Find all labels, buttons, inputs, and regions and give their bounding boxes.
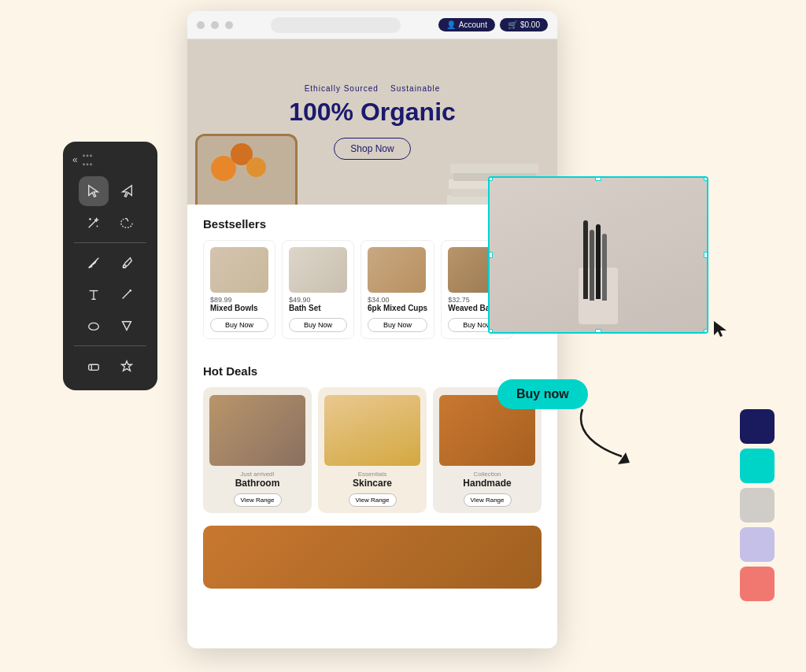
svg-marker-1	[123, 186, 132, 197]
view-range-skincare-button[interactable]: View Range	[349, 493, 397, 507]
cart-icon: 🛒	[508, 20, 517, 29]
resize-handle-middle-left[interactable]	[488, 252, 493, 258]
view-range-bathroom-button[interactable]: View Range	[234, 493, 282, 507]
svg-marker-20	[714, 321, 727, 337]
product-price-bowls: $89.99	[210, 296, 268, 304]
svg-point-8	[124, 265, 127, 268]
color-swatches-panel	[740, 409, 775, 601]
product-name-bowls: Mixed Bowls	[210, 304, 268, 312]
resize-handle-bottom-middle[interactable]	[595, 329, 601, 334]
deal-subtitle-bathroom: Just arrived!	[240, 471, 275, 478]
swatch-teal[interactable]	[740, 449, 775, 483]
site-content: Ethically Sourced Sustainable 100% Organ…	[187, 39, 557, 648]
lasso-tool-button[interactable]	[112, 208, 142, 238]
line-tool-button[interactable]	[112, 279, 142, 309]
resize-handle-top-left[interactable]	[488, 176, 493, 181]
pen-tool-button[interactable]	[79, 248, 109, 278]
product-name-cups: 6pk Mixed Cups	[368, 304, 427, 312]
hero-shop-now-button[interactable]: Shop Now	[334, 138, 410, 160]
hot-deals-title: Hot Deals	[203, 364, 542, 378]
account-button[interactable]: 👤 Account	[438, 18, 495, 31]
svg-point-5	[89, 218, 91, 220]
browser-dot-1	[197, 21, 205, 29]
browser-url-bar[interactable]	[271, 17, 401, 33]
deal-card-bathroom: Just arrived! Bathroom View Range	[203, 387, 312, 513]
buy-now-cups-button[interactable]: Buy Now	[368, 318, 427, 332]
deal-subtitle-skincare: Essentials	[358, 471, 386, 478]
svg-point-15	[89, 323, 99, 330]
floating-selected-image[interactable]	[488, 176, 708, 334]
browser-actions: 👤 Account 🛒 $0.00	[438, 18, 548, 31]
svg-line-12	[123, 290, 131, 299]
svg-marker-0	[89, 186, 98, 197]
product-name-bath: Bath Set	[289, 304, 347, 312]
deal-image-bathroom	[209, 395, 305, 466]
hot-deals-section: Hot Deals Just arrived! Bathroom View Ra…	[187, 352, 557, 526]
product-image-bowls	[210, 247, 268, 293]
view-range-handmade-button[interactable]: View Range	[464, 493, 512, 507]
fill-tool-button[interactable]	[112, 311, 142, 341]
design-toolbar: « ▪▪▪▪▪▪	[63, 142, 157, 390]
resize-handle-bottom-left[interactable]	[488, 329, 493, 334]
hero-decoration	[187, 102, 345, 205]
select-tool-button[interactable]	[79, 176, 109, 206]
bottom-teaser	[203, 526, 542, 589]
buy-now-bath-button[interactable]: Buy Now	[289, 318, 347, 332]
paintbrush-tool-button[interactable]	[112, 248, 142, 278]
deal-name-handmade: Handmade	[463, 478, 511, 489]
buy-now-bowls-button[interactable]: Buy Now	[210, 318, 268, 332]
svg-marker-21	[618, 452, 630, 464]
pointer-tool-button[interactable]	[112, 176, 142, 206]
cart-button[interactable]: 🛒 $0.00	[500, 18, 548, 31]
magic-tool-button[interactable]	[79, 208, 109, 238]
deal-subtitle-handmade: Collection	[473, 471, 501, 478]
account-icon: 👤	[446, 20, 456, 29]
deal-name-skincare: Skincare	[353, 478, 392, 489]
swatch-navy[interactable]	[740, 409, 775, 444]
toolbar-grip: ▪▪▪▪▪▪	[83, 151, 94, 168]
stamp-tool-button[interactable]	[112, 351, 142, 381]
svg-point-6	[97, 226, 98, 227]
deal-image-skincare	[324, 395, 420, 466]
toothbrush-image-content	[490, 178, 707, 332]
text-tool-button[interactable]	[79, 279, 109, 309]
swatch-gray[interactable]	[740, 488, 775, 522]
svg-line-2	[89, 220, 97, 227]
product-card-bath: $49.90 Bath Set Buy Now	[282, 240, 354, 339]
chevron-icon: «	[72, 154, 78, 165]
swatch-lavender[interactable]	[740, 527, 775, 562]
arrow-curve-decoration	[559, 401, 638, 472]
product-image-bath	[289, 247, 347, 293]
eraser-tool-button[interactable]	[79, 351, 109, 381]
toolbar-handle: « ▪▪▪▪▪▪	[69, 151, 151, 168]
product-card-bowls: $89.99 Mixed Bowls Buy Now	[203, 240, 275, 339]
resize-handle-bottom-right[interactable]	[704, 329, 708, 334]
swatch-salmon[interactable]	[740, 567, 775, 601]
resize-handle-top-right[interactable]	[704, 176, 708, 181]
ellipse-tool-button[interactable]	[79, 311, 109, 341]
svg-rect-17	[89, 364, 99, 370]
browser-dot-2	[211, 21, 219, 29]
product-image-cups	[368, 247, 426, 293]
deals-grid: Just arrived! Bathroom View Range Essent…	[203, 387, 542, 513]
deal-card-skincare: Essentials Skincare View Range	[318, 387, 427, 513]
resize-handle-middle-right[interactable]	[704, 252, 708, 258]
svg-marker-19	[122, 361, 132, 371]
resize-handle-top-middle[interactable]	[595, 176, 601, 181]
browser-dot-3	[225, 21, 233, 29]
product-card-cups: $34.00 6pk Mixed Cups Buy Now	[360, 240, 434, 339]
browser-toolbar: 👤 Account 🛒 $0.00	[187, 11, 557, 39]
product-price-cups: $34.00	[368, 296, 427, 304]
product-price-bath: $49.90	[289, 296, 347, 304]
deal-name-bathroom: Bathroom	[235, 478, 280, 489]
buy-now-tooltip-text: Buy now	[516, 387, 569, 401]
hero-tags: Ethically Sourced Sustainable	[305, 84, 441, 93]
